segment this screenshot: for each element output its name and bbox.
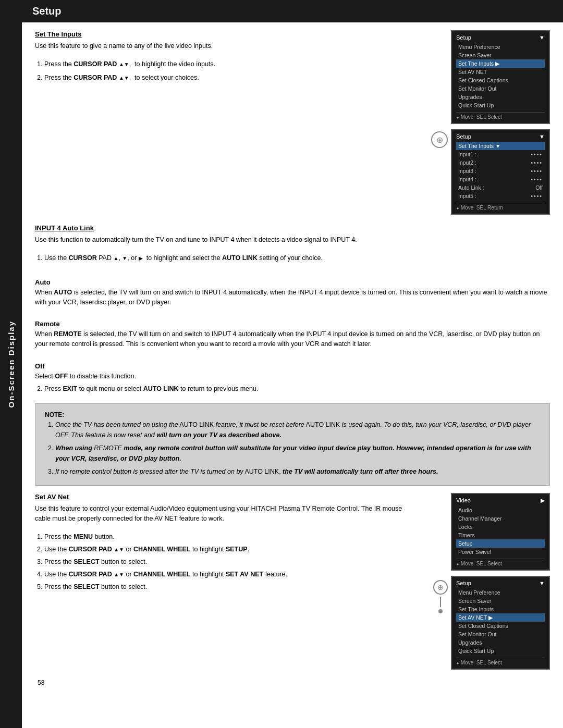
input4-exit-step: Press EXIT to quit menu or select AUTO L… <box>44 384 550 394</box>
set-av-net-step-1: Press the MENU button. <box>44 532 404 542</box>
menu-input3: Input3 :•••• <box>456 167 545 175</box>
menu-item-set-monitor-out: Set Monitor Out <box>456 84 545 93</box>
note-item-3: If no remote control button is pressed a… <box>55 466 540 477</box>
menu-arrow-2: ▼ <box>539 133 545 140</box>
page-number: 58 <box>35 679 550 686</box>
input4-step-1: Use the CURSOR PAD ▲, ▼, or ▶ to highlig… <box>44 253 550 263</box>
menu-title-row-4: Setup ▼ <box>456 580 545 586</box>
input4-auto-link-section: INPUT 4 Auto Link Use this function to a… <box>35 224 550 394</box>
set-av-net-step-3: Press the SELECT button to select. <box>44 557 404 567</box>
menu-footer-2: ⬥ Move SEL Return <box>456 203 545 211</box>
set-av-net-step-5: Press the SELECT button to select. <box>44 582 404 592</box>
menu4-upgrades: Upgrades <box>456 638 545 647</box>
menu-video-locks: Locks <box>456 523 545 531</box>
menu-footer-4: ⬥ Move SEL Select <box>456 658 545 665</box>
menu-video-setup: Setup <box>456 539 545 548</box>
set-the-inputs-steps: Press the CURSOR PAD ▲▼, to highlight th… <box>44 59 404 83</box>
set-av-net-images: Video ▶ Audio Channel Manager Locks Time… <box>414 493 550 670</box>
content-area: Set The Inputs Use this feature to give … <box>22 22 563 694</box>
menu-item-quick-start: Quick Start Up <box>456 101 545 109</box>
menu4-set-av-net: Set AV NET ▶ <box>456 613 545 622</box>
menu-input2: Input2 :•••• <box>456 158 545 167</box>
menu-item-screen-saver: Screen Saver <box>456 51 545 59</box>
remote-cable-end <box>438 609 443 613</box>
cursor-pad-icon-1: ⊕ <box>431 131 448 148</box>
menu4-set-inputs: Set The Inputs <box>456 605 545 613</box>
input4-title: INPUT 4 Auto Link <box>35 224 550 232</box>
set-av-net-intro: Use this feature to control your externa… <box>35 504 404 524</box>
menu-input5: Input5 :•••• <box>456 192 545 200</box>
menu-video-title: Video <box>456 497 471 504</box>
menu-subtitle-set-inputs: Set The Inputs ▼ <box>456 142 545 150</box>
set-the-inputs-section: Set The Inputs Use this feature to give … <box>35 30 550 215</box>
remote-cable-line <box>440 597 441 607</box>
menu-video-audio: Audio <box>456 506 545 514</box>
menu-video-title-row: Video ▶ <box>456 497 545 504</box>
page-title: Setup <box>32 5 553 17</box>
menu-item-set-inputs: Set The Inputs ▶ <box>456 59 545 68</box>
note-label: NOTE: <box>45 411 66 418</box>
menu-title-2: Setup <box>456 133 471 140</box>
set-av-net-section: Set AV Net Use this feature to control y… <box>35 493 550 670</box>
set-av-net-title: Set AV Net <box>35 493 404 501</box>
remote-subsection-title: Remote <box>35 320 550 328</box>
menu-item-upgrades: Upgrades <box>456 93 545 101</box>
menu-title-1: Setup <box>456 34 471 41</box>
menu-item-set-av-net: Set AV NET <box>456 68 545 76</box>
set-the-inputs-text: Set The Inputs Use this feature to give … <box>35 30 404 85</box>
menu4-monitor-out: Set Monitor Out <box>456 630 545 638</box>
note-item-2: When using REMOTE mode, any remote contr… <box>55 443 540 464</box>
note-items: Once the TV has been turned on using the… <box>55 419 540 477</box>
note-item-1: Once the TV has been turned on using the… <box>55 419 540 440</box>
menu-video-channel-manager: Channel Manager <box>456 514 545 523</box>
note-box: NOTE: Once the TV has been turned on usi… <box>35 403 550 486</box>
off-subsection-body: Select OFF to disable this function. <box>35 372 550 381</box>
menu4-screen-saver: Screen Saver <box>456 597 545 605</box>
menu-arrow-1: ▼ <box>539 34 545 41</box>
set-av-net-text: Set AV Net Use this feature to control y… <box>35 493 404 594</box>
set-the-inputs-intro: Use this feature to give a name to any o… <box>35 41 404 51</box>
menu-footer-3: ⬥ Move SEL Select <box>456 559 545 566</box>
set-the-inputs-step-1: Press the CURSOR PAD ▲▼, to highlight th… <box>44 59 404 69</box>
cursor-pad-icon-2: ⊕ <box>433 580 448 595</box>
menu4-menu-pref: Menu Preference <box>456 588 545 597</box>
menu-title-4: Setup <box>456 580 471 586</box>
menu-video-power-swivel: Power Swivel <box>456 548 545 556</box>
main-content: Setup Set The Inputs Use this feature to… <box>22 0 563 694</box>
menu-item-set-closed-captions: Set Closed Captions <box>456 76 545 84</box>
menu-video: Video ▶ Audio Channel Manager Locks Time… <box>451 493 550 571</box>
set-the-inputs-title: Set The Inputs <box>35 30 404 38</box>
sidebar-label: On-Screen Display <box>7 320 16 408</box>
set-the-inputs-images: Setup ▼ Menu Preference Screen Saver Set… <box>414 30 550 215</box>
menu-setup-4: Setup ▼ Menu Preference Screen Saver Set… <box>451 576 550 670</box>
note-content: NOTE: Once the TV has been turned on usi… <box>45 410 540 477</box>
set-the-inputs-step-2: Press the CURSOR PAD ▲▼, to select your … <box>44 72 404 83</box>
menu4-closed-captions: Set Closed Captions <box>456 622 545 630</box>
menu2-wrapper: ⊕ Setup ▼ Set The Inputs ▼ Input1 :•••• … <box>431 129 550 215</box>
auto-subsection-title: Auto <box>35 278 550 286</box>
menu-arrow-4: ▼ <box>539 580 545 586</box>
menu-item-menu-pref: Menu Preference <box>456 43 545 51</box>
sidebar: On-Screen Display <box>0 0 22 728</box>
menu4-wrapper: ⊕ Setup ▼ Menu Preference Screen Saver S… <box>433 576 550 670</box>
input4-steps: Use the CURSOR PAD ▲, ▼, or ▶ to highlig… <box>44 253 550 263</box>
menu-video-arrow: ▶ <box>541 497 545 504</box>
menu-title-row-1: Setup ▼ <box>456 34 545 41</box>
menu-input4: Input4 :•••• <box>456 175 545 183</box>
set-av-net-step-4: Use the CURSOR PAD ▲▼ or CHANNEL WHEEL t… <box>44 569 404 579</box>
menu-title-row-2: Setup ▼ <box>456 133 545 140</box>
menu-auto-link: Auto Link :Off <box>456 183 545 192</box>
page-header: Setup <box>22 0 563 22</box>
menu-video-timers: Timers <box>456 531 545 539</box>
menu-input1: Input1 :•••• <box>456 150 545 158</box>
menu4-quick-start: Quick Start Up <box>456 647 545 655</box>
menu-setup-1: Setup ▼ Menu Preference Screen Saver Set… <box>451 30 550 124</box>
set-av-net-steps: Press the MENU button. Use the CURSOR PA… <box>44 532 404 592</box>
auto-subsection-body: When AUTO is selected, the TV will turn … <box>35 288 550 307</box>
input4-intro: Use this function to automatically turn … <box>35 235 550 245</box>
off-subsection-title: Off <box>35 362 550 370</box>
set-av-net-step-2: Use the CURSOR PAD ▲▼ or CHANNEL WHEEL t… <box>44 544 404 554</box>
remote-subsection-body: When REMOTE is selected, the TV will tur… <box>35 329 550 349</box>
input4-step2: Press EXIT to quit menu or select AUTO L… <box>44 384 550 394</box>
menu-setup-2: Setup ▼ Set The Inputs ▼ Input1 :•••• In… <box>451 129 550 215</box>
